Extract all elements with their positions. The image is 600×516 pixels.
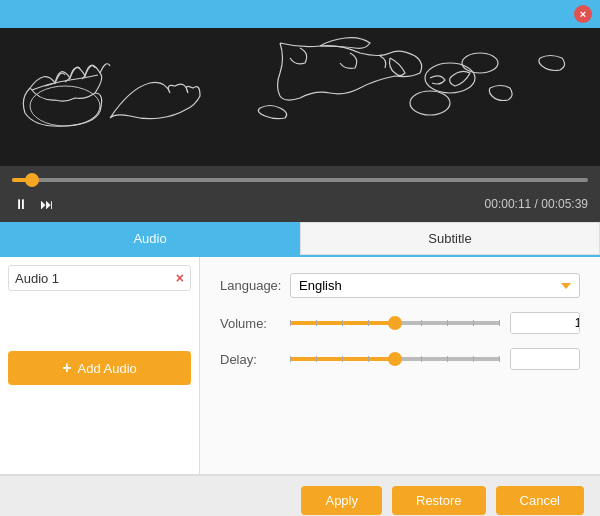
remove-audio-button[interactable]: × xyxy=(176,270,184,286)
next-button[interactable]: ⏭ xyxy=(38,194,56,214)
progress-bar-wrap[interactable] xyxy=(12,172,588,188)
audio-item-label: Audio 1 xyxy=(15,271,59,286)
volume-slider-wrap[interactable] xyxy=(290,315,500,331)
tab-audio[interactable]: Audio xyxy=(0,222,300,255)
controls-bar: ⏸ ⏭ 00:00:11 / 00:05:39 xyxy=(0,166,600,222)
controls-bottom: ⏸ ⏭ 00:00:11 / 00:05:39 xyxy=(12,194,588,214)
add-audio-label: Add Audio xyxy=(78,361,137,376)
transport-buttons: ⏸ ⏭ xyxy=(12,194,56,214)
total-time: 00:05:39 xyxy=(541,197,588,211)
apply-button[interactable]: Apply xyxy=(301,486,382,515)
delay-slider-wrap[interactable] xyxy=(290,351,500,367)
volume-slider-fill xyxy=(290,321,395,325)
plus-icon: + xyxy=(62,359,71,377)
language-select[interactable]: English French Spanish German Italian Ja… xyxy=(290,273,580,298)
delay-spin-value[interactable] xyxy=(511,349,580,369)
main-content: Audio 1 × + Add Audio Language: English … xyxy=(0,257,600,475)
video-area xyxy=(0,28,600,166)
progress-thumb[interactable] xyxy=(25,173,39,187)
language-label: Language: xyxy=(220,278,290,293)
tab-subtitle[interactable]: Subtitle xyxy=(300,222,600,255)
close-button[interactable]: × xyxy=(574,5,592,23)
volume-slider-thumb[interactable] xyxy=(388,316,402,330)
delay-slider-thumb[interactable] xyxy=(388,352,402,366)
audio-list-panel: Audio 1 × + Add Audio xyxy=(0,257,200,474)
volume-spin-input[interactable]: ▲ ▼ xyxy=(510,312,580,334)
time-display: 00:00:11 / 00:05:39 xyxy=(485,197,588,211)
delay-spin-input[interactable]: ▲ ▼ xyxy=(510,348,580,370)
volume-spin-value[interactable] xyxy=(511,313,580,333)
delay-row: Delay: xyxy=(220,348,580,370)
delay-label: Delay: xyxy=(220,352,290,367)
current-time: 00:00:11 xyxy=(485,197,532,211)
language-control: English French Spanish German Italian Ja… xyxy=(290,273,580,298)
audio-item: Audio 1 × xyxy=(8,265,191,291)
language-row: Language: English French Spanish German … xyxy=(220,273,580,298)
delay-slider-fill xyxy=(290,357,395,361)
volume-control: ▲ ▼ xyxy=(290,312,580,334)
footer: Apply Restore Cancel xyxy=(0,475,600,516)
volume-row: Volume: xyxy=(220,312,580,334)
restore-button[interactable]: Restore xyxy=(392,486,486,515)
tabs-row: Audio Subtitle xyxy=(0,222,600,257)
progress-track[interactable] xyxy=(12,178,588,182)
settings-panel: Language: English French Spanish German … xyxy=(200,257,600,474)
video-thumbnail xyxy=(0,28,600,166)
delay-control: ▲ ▼ xyxy=(290,348,580,370)
svg-rect-0 xyxy=(0,28,600,166)
cancel-button[interactable]: Cancel xyxy=(496,486,584,515)
volume-label: Volume: xyxy=(220,316,290,331)
add-audio-button[interactable]: + Add Audio xyxy=(8,351,191,385)
play-pause-button[interactable]: ⏸ xyxy=(12,194,30,214)
title-bar: × xyxy=(0,0,600,28)
